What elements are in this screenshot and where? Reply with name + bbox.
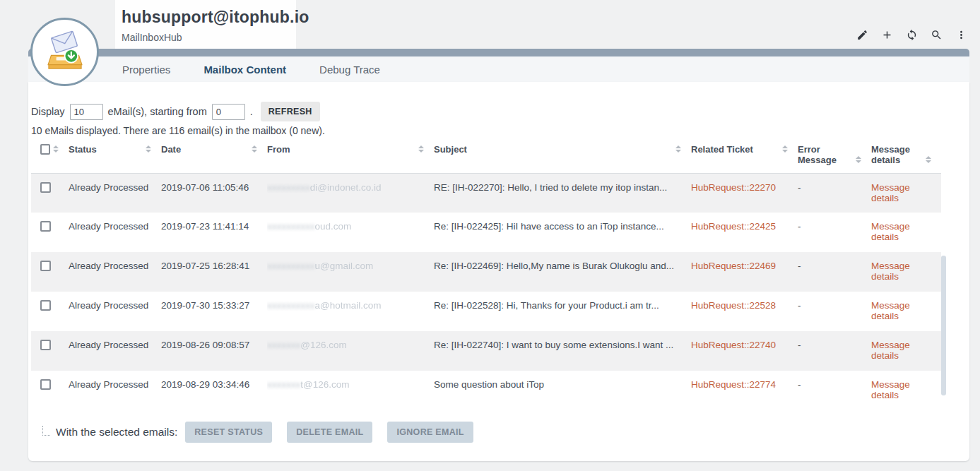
search-button[interactable] — [930, 28, 943, 41]
from-cell: xxxxxxxxxdi@indonet.co.id — [267, 173, 434, 213]
from-cell: xxxxxxx@126.com — [267, 331, 434, 371]
sort-icon[interactable] — [418, 145, 424, 155]
related-ticket-link[interactable]: HubRequest::22774 — [691, 379, 776, 390]
date-cell: 2019-07-23 11:41:14 — [161, 213, 267, 252]
column-header-from[interactable]: From — [267, 144, 290, 155]
ignore-email-button[interactable]: IGNORE EMAIL — [387, 422, 473, 443]
error-message-cell: - — [798, 292, 871, 331]
edit-button[interactable] — [856, 28, 868, 41]
related-ticket-link[interactable]: HubRequest::22425 — [691, 221, 776, 232]
status-cell: Already Processed — [69, 173, 161, 213]
redacted-email-part: xxxxxxxxx — [267, 182, 310, 193]
mail-inbox-page: hubsupport@itophub.io MailInboxHub Prope… — [0, 0, 980, 471]
table-row: Already Processed 2019-07-25 16:28:41 xx… — [31, 252, 941, 292]
start-offset-input[interactable] — [212, 104, 245, 120]
subject-cell: Re: [IH-022528]: Hi, Thanks for your Pro… — [434, 292, 691, 331]
from-cell: xxxxxxxt@126.com — [267, 371, 434, 410]
message-details-link[interactable]: Message details — [871, 182, 910, 203]
related-ticket-link[interactable]: HubRequest::22528 — [691, 300, 776, 311]
select-all-checkbox[interactable] — [40, 144, 50, 155]
error-message-cell: - — [798, 213, 871, 252]
redacted-email-part: xxxxxxxxxx — [267, 221, 315, 232]
sort-icon[interactable] — [53, 145, 59, 155]
more-menu-button[interactable] — [955, 28, 967, 41]
table-header-row: Status Date From Subject Related Ticket … — [31, 140, 941, 173]
row-checkbox[interactable] — [40, 379, 51, 390]
tab-strip: Properties Mailbox Content Debug Trace — [28, 56, 969, 82]
from-cell: xxxxxxxxxxu@gmail.com — [267, 252, 434, 292]
new-button[interactable] — [880, 28, 893, 41]
date-cell: 2019-08-26 09:08:57 — [161, 331, 267, 371]
date-cell: 2019-08-29 03:34:46 — [161, 371, 267, 410]
period-text: . — [250, 106, 253, 117]
date-cell: 2019-07-30 15:33:27 — [161, 292, 267, 331]
table-row: Already Processed 2019-08-29 03:34:46 xx… — [31, 371, 941, 410]
from-cell: xxxxxxxxxxoud.com — [267, 213, 434, 252]
email-domain-part: @126.com — [300, 340, 346, 350]
email-domain-part: a@hotmail.com — [315, 300, 382, 311]
row-checkbox[interactable] — [40, 182, 51, 193]
column-header-error-message[interactable]: Error Message — [798, 144, 853, 165]
subject-cell: Re: [IH-022740]: I want to buy some exte… — [434, 331, 691, 371]
row-checkbox[interactable] — [40, 221, 51, 232]
email-domain-part: di@indonet.co.id — [310, 182, 382, 193]
status-cell: Already Processed — [69, 213, 161, 252]
message-details-link[interactable]: Message details — [871, 261, 910, 282]
row-checkbox[interactable] — [40, 261, 51, 271]
starting-from-label: eMail(s), starting from — [108, 106, 207, 117]
reset-status-button[interactable]: RESET STATUS — [185, 422, 272, 443]
from-cell: xxxxxxxxxxa@hotmail.com — [267, 292, 434, 331]
selected-emails-toolbar: With the selected emails: RESET STATUS D… — [42, 422, 473, 443]
page-subtitle: MailInboxHub — [122, 32, 182, 43]
page-title: hubsupport@itophub.io — [122, 8, 309, 27]
redacted-email-part: xxxxxxxxxx — [267, 300, 315, 311]
status-cell: Already Processed — [69, 331, 161, 371]
emails-table: Status Date From Subject Related Ticket … — [31, 140, 941, 410]
status-cell: Already Processed — [69, 252, 161, 292]
sort-icon[interactable] — [856, 156, 861, 165]
column-header-message-details[interactable]: Message details — [871, 144, 923, 165]
sort-icon[interactable] — [146, 145, 151, 155]
column-header-related-ticket[interactable]: Related Ticket — [691, 144, 753, 155]
error-message-cell: - — [798, 331, 871, 371]
delete-email-button[interactable]: DELETE EMAIL — [287, 422, 372, 443]
table-scrollbar-thumb[interactable] — [941, 256, 946, 395]
sort-icon[interactable] — [252, 145, 257, 155]
mailbox-avatar — [30, 18, 99, 86]
table-row: Already Processed 2019-07-06 11:05:46 xx… — [31, 173, 941, 213]
tree-connector — [42, 426, 50, 436]
date-cell: 2019-07-25 16:28:41 — [161, 252, 267, 292]
refresh-list-button[interactable]: REFRESH — [261, 102, 320, 121]
message-details-link[interactable]: Message details — [871, 379, 910, 400]
sort-icon[interactable] — [926, 156, 931, 165]
sort-icon[interactable] — [675, 145, 681, 155]
subject-cell: Some question about iTop — [434, 371, 691, 410]
message-details-link[interactable]: Message details — [871, 221, 910, 242]
refresh-button[interactable] — [905, 28, 918, 41]
column-header-date[interactable]: Date — [161, 144, 181, 155]
pencil-icon — [856, 29, 868, 41]
row-checkbox[interactable] — [40, 300, 51, 311]
related-ticket-link[interactable]: HubRequest::22469 — [691, 261, 776, 271]
header-actions — [856, 28, 967, 41]
kebab-menu-icon — [955, 29, 967, 41]
related-ticket-link[interactable]: HubRequest::22270 — [691, 182, 776, 193]
mailbox-summary: 10 eMails displayed. There are 116 email… — [31, 125, 325, 136]
date-cell: 2019-07-06 11:05:46 — [161, 173, 267, 213]
redacted-email-part: xxxxxxxxxx — [267, 261, 315, 271]
tab-mailbox-content[interactable]: Mailbox Content — [203, 64, 286, 76]
mailbox-content-panel: Display eMail(s), starting from . REFRES… — [28, 82, 969, 461]
display-count-input[interactable] — [70, 104, 103, 120]
message-details-link[interactable]: Message details — [871, 300, 910, 321]
sort-icon[interactable] — [782, 145, 788, 155]
status-cell: Already Processed — [69, 371, 161, 410]
row-checkbox[interactable] — [40, 340, 51, 350]
tab-properties[interactable]: Properties — [122, 64, 170, 76]
related-ticket-link[interactable]: HubRequest::22740 — [691, 340, 776, 350]
tab-debug-trace[interactable]: Debug Trace — [319, 64, 380, 76]
subject-cell: Re: [IH-022469]: Hello,My name is Burak … — [434, 252, 691, 292]
subject-cell: RE: [IH-022270]: Hello, I tried to delet… — [434, 173, 691, 213]
message-details-link[interactable]: Message details — [871, 340, 910, 361]
column-header-status[interactable]: Status — [69, 144, 97, 155]
column-header-subject[interactable]: Subject — [434, 144, 467, 155]
